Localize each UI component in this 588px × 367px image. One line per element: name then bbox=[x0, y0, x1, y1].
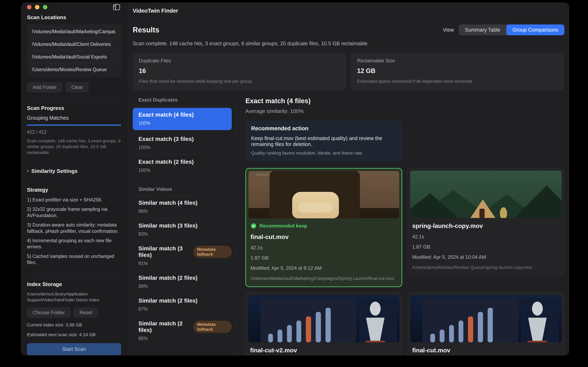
choose-folder-button[interactable]: Choose Folder bbox=[27, 307, 70, 318]
reset-button[interactable]: Reset bbox=[74, 307, 98, 318]
scan-progress-bar bbox=[27, 125, 121, 125]
chevron-right-icon: › bbox=[27, 167, 29, 174]
group-item-similar-5[interactable]: Similar match (2 files) 87% bbox=[133, 293, 232, 316]
file-modified: Modified: Apr 5, 2024 at 9:12 AM bbox=[251, 265, 397, 271]
similar-videos-header: Similar Videos bbox=[133, 186, 232, 196]
file-card-spring-launch-copy[interactable]: spring-launch-copy.mov 42.1s 1.87 GB Mod… bbox=[407, 168, 564, 276]
group-item-label: Similar match (2 files) bbox=[138, 320, 190, 333]
file-name: final-cut.mov bbox=[251, 234, 397, 240]
group-item-label: Similar match (3 files) bbox=[138, 222, 232, 229]
scan-progress-title: Scan Progress bbox=[27, 105, 121, 111]
group-item-similarity: 100% bbox=[138, 167, 232, 173]
start-scan-button[interactable]: Start Scan bbox=[27, 343, 121, 355]
video-thumbnail-mountains bbox=[410, 171, 562, 218]
recommended-action-body: Keep final-cut.mov (best estimated quali… bbox=[251, 135, 397, 147]
file-size: 1.87 GB bbox=[251, 255, 397, 261]
group-item-label: Similar match (2 files) bbox=[138, 298, 232, 304]
file-card-final-cut-v2[interactable]: final-cut-v2.mov 42.1s 1.87 GB Modified:… bbox=[245, 292, 402, 355]
recommended-keep-label: Recommended keep bbox=[259, 223, 307, 229]
scan-progress-summary: Scan complete. 148 cache hits, 3 exact g… bbox=[27, 138, 121, 155]
divider bbox=[27, 275, 121, 275]
group-item-exact-2[interactable]: Exact match (3 files) 100% bbox=[133, 132, 232, 155]
main-area: VideoTwin Finder Results View Summary Ta… bbox=[127, 3, 569, 355]
strategy-step: 3) Duration-aware auto similarity: metad… bbox=[27, 222, 121, 234]
scan-location-row[interactable]: /Volumes/MediaVault/Client Deliveries bbox=[32, 38, 116, 51]
close-button[interactable] bbox=[27, 5, 31, 9]
group-item-similarity: 85% bbox=[138, 336, 232, 341]
file-card-final-cut-archive[interactable]: final-cut.mov 42.1s 1.87 GB Modified: Ap… bbox=[407, 292, 564, 355]
divider bbox=[27, 161, 121, 162]
sidebar-toggle-icon[interactable] bbox=[112, 3, 121, 11]
video-thumbnail-podium bbox=[249, 171, 399, 218]
titlebar: VideoTwin Finder bbox=[127, 3, 569, 19]
file-modified: Modified: Apr 5, 2024 at 10:04 AM bbox=[412, 254, 560, 260]
group-item-label: Exact match (3 files) bbox=[138, 136, 232, 142]
next-scan-size: Estimated next scan size: 4.24 GB bbox=[27, 332, 121, 337]
index-storage-title: Index Storage bbox=[27, 281, 121, 287]
scan-locations-title: Scan Locations bbox=[27, 14, 121, 21]
group-item-similarity: 91% bbox=[138, 261, 232, 266]
recommended-action-note: Quality ranking favors resolution, bitra… bbox=[251, 150, 397, 156]
minimize-button[interactable] bbox=[35, 5, 39, 9]
zoom-button[interactable] bbox=[43, 5, 47, 9]
group-item-label: Exact match (4 files) bbox=[138, 111, 232, 118]
scan-location-row[interactable]: /Users/demo/Movies/Review Queue bbox=[32, 63, 116, 76]
scan-location-row[interactable]: /Volumes/MediaVault/Marketing/Campai… bbox=[32, 25, 116, 38]
group-item-label: Similar match (3 files) bbox=[138, 245, 190, 258]
view-label: View bbox=[443, 27, 454, 33]
add-folder-button[interactable]: Add Folder bbox=[27, 82, 62, 92]
reclaimable-size-stat-card: Reclaimable Size 12 GB Estimated space r… bbox=[351, 53, 564, 90]
detail-subtitle: Average similarity: 100% bbox=[245, 108, 564, 114]
file-size: 1.87 GB bbox=[412, 244, 560, 250]
clear-button[interactable]: Clear bbox=[66, 82, 89, 92]
metadata-fallback-badge: Metadata fallback bbox=[193, 246, 232, 258]
group-item-exact-1[interactable]: Exact match (4 files) 100% bbox=[133, 108, 232, 130]
current-index-size: Current index size: 3.98 GB bbox=[27, 322, 121, 328]
app-title: VideoTwin Finder bbox=[133, 8, 178, 14]
group-detail-panel: Exact match (4 files) Average similarity… bbox=[237, 97, 564, 355]
group-list: Exact Duplicates Exact match (4 files) 1… bbox=[133, 97, 237, 355]
group-item-similarity: 93% bbox=[138, 231, 232, 237]
file-duration: 42.1s bbox=[412, 234, 560, 240]
group-item-similarity: 96% bbox=[138, 209, 232, 214]
file-name: final-cut-v2.mov bbox=[250, 347, 398, 354]
scan-location-row[interactable]: /Volumes/MediaVault/Social Exports bbox=[32, 51, 116, 63]
metadata-fallback-badge: Metadata fallback bbox=[193, 321, 232, 333]
group-item-similar-1[interactable]: Similar match (4 files) 96% bbox=[133, 196, 232, 218]
index-storage-path: /Users/demo/Library/Application Support/… bbox=[27, 291, 121, 303]
file-name: spring-launch-copy.mov bbox=[412, 222, 560, 229]
strategy-step: 4) Incremental grouping as each new file… bbox=[27, 238, 121, 250]
stat-caption: Estimated space recovered if all duplica… bbox=[357, 79, 558, 84]
group-item-label: Similar match (4 files) bbox=[138, 200, 232, 206]
video-thumbnail-chart bbox=[248, 295, 399, 342]
summary-table-tab[interactable]: Summary Table bbox=[459, 25, 506, 35]
group-item-label: Exact match (2 files) bbox=[138, 159, 232, 165]
group-item-exact-3[interactable]: Exact match (2 files) 100% bbox=[133, 155, 232, 177]
group-item-similarity: 100% bbox=[138, 120, 232, 126]
stat-caption: Files that could be removed while keepin… bbox=[139, 79, 340, 84]
stat-label: Reclaimable Size bbox=[357, 58, 558, 64]
video-thumbnail-chart bbox=[410, 295, 562, 342]
similarity-settings-label: Similarity Settings bbox=[31, 168, 78, 174]
divider bbox=[27, 180, 121, 181]
strategy-title: Strategy bbox=[27, 187, 121, 193]
group-item-similar-3[interactable]: Similar match (3 files) Metadata fallbac… bbox=[133, 241, 232, 271]
detail-title: Exact match (4 files) bbox=[245, 97, 564, 105]
group-item-similar-6[interactable]: Similar match (2 files) Metadata fallbac… bbox=[133, 316, 232, 345]
app-window: Scan Locations /Volumes/MediaVault/Marke… bbox=[21, 3, 569, 355]
scan-progress-count: 412 / 412 bbox=[27, 129, 121, 135]
similarity-settings-disclosure[interactable]: › Similarity Settings bbox=[27, 168, 121, 174]
check-seal-icon bbox=[251, 223, 257, 229]
group-item-similar-4[interactable]: Similar match (2 files) 89% bbox=[133, 271, 232, 293]
window-controls bbox=[27, 5, 47, 9]
file-card-final-cut[interactable]: Recommended keep final-cut.mov 42.1s 1.8… bbox=[245, 168, 402, 287]
stat-value: 16 bbox=[139, 67, 340, 75]
strategy-step: 1) Exact prefilter via size + SHA256. bbox=[27, 197, 121, 203]
stat-label: Duplicate Files bbox=[139, 58, 340, 64]
group-comparisons-tab[interactable]: Group Comparisons bbox=[506, 25, 564, 35]
strategy-step: 2) 32x32 grayscale frame sampling via AV… bbox=[27, 206, 121, 218]
sidebar-titlebar bbox=[27, 3, 121, 11]
file-duration: 42.1s bbox=[251, 245, 397, 250]
group-item-similar-2[interactable]: Similar match (3 files) 93% bbox=[133, 218, 232, 241]
group-item-similarity: 89% bbox=[138, 284, 232, 289]
